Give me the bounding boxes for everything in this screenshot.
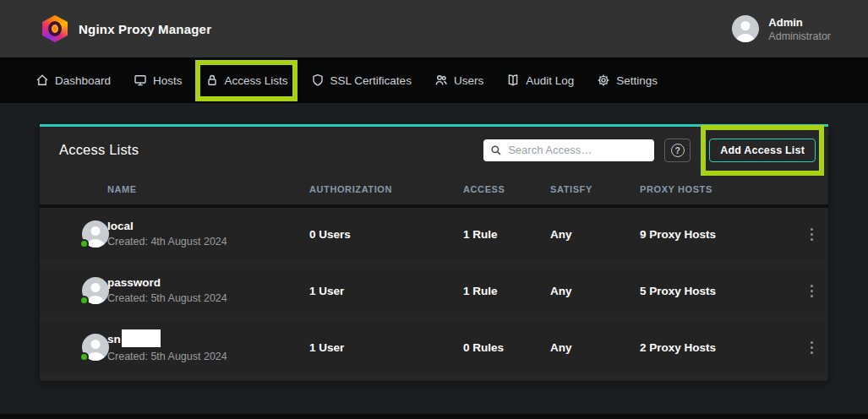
- user-avatar: [732, 15, 759, 42]
- row-actions-menu-button[interactable]: [801, 220, 822, 248]
- search-box: [483, 139, 654, 161]
- redaction-box: [122, 329, 161, 347]
- home-icon: [35, 73, 49, 87]
- nav-label: Settings: [616, 74, 658, 87]
- cell-authorization: 0 Users: [309, 228, 463, 241]
- cell-access: 0 Rules: [463, 341, 550, 354]
- access-list-name: local: [107, 219, 309, 233]
- access-list-created: Created: 5th August 2024: [107, 350, 309, 364]
- page-body: Access Lists ? Add Access List NAME AUTH…: [0, 103, 868, 381]
- column-header-name: NAME: [107, 184, 309, 194]
- main-nav: Dashboard Hosts Access Lists SSL Certifi…: [0, 57, 868, 103]
- access-list-created: Created: 4th August 2024: [107, 235, 309, 249]
- nav-label: Dashboard: [55, 74, 111, 87]
- column-header-satisfy: SATISFY: [550, 184, 640, 194]
- kebab-icon: [811, 346, 813, 349]
- app-header: Nginx Proxy Manager Admin Administrator: [0, 0, 868, 57]
- panel-header: Access Lists ? Add Access List: [40, 127, 828, 173]
- gear-icon: [597, 73, 610, 87]
- users-icon: [434, 73, 448, 87]
- cell-satisfy: Any: [550, 285, 640, 297]
- user-role: Administrator: [768, 30, 831, 43]
- cell-authorization: 1 User: [309, 285, 463, 297]
- help-circle-icon: ?: [671, 144, 685, 157]
- user-name: Admin: [768, 15, 831, 30]
- column-header-access: ACCESS: [463, 184, 550, 194]
- search-input[interactable]: [508, 144, 647, 156]
- table-header: NAME AUTHORIZATION ACCESS SATISFY PROXY …: [40, 173, 828, 204]
- access-lists-panel: Access Lists ? Add Access List NAME AUTH…: [40, 124, 828, 381]
- cell-authorization: 1 User: [309, 341, 463, 354]
- app-title: Nginx Proxy Manager: [79, 22, 211, 36]
- row-actions-menu-button[interactable]: [801, 334, 822, 361]
- user-menu[interactable]: Admin Administrator: [732, 15, 831, 43]
- nav-item-access-lists[interactable]: Access Lists: [205, 57, 288, 103]
- cell-proxy-hosts: 5 Proxy Hosts: [640, 285, 801, 297]
- bottom-edge-strip: [0, 414, 868, 419]
- nav-item-users[interactable]: Users: [434, 57, 483, 103]
- npm-logo-icon: [42, 15, 68, 42]
- search-icon: [490, 144, 502, 156]
- table-body: local Created: 4th August 2024 0 Users 1…: [40, 208, 828, 373]
- nav-item-settings[interactable]: Settings: [597, 57, 658, 103]
- cell-satisfy: Any: [550, 228, 640, 241]
- monitor-icon: [134, 73, 147, 87]
- nav-label: Access Lists: [225, 74, 288, 87]
- kebab-icon: [811, 233, 813, 236]
- column-header-authorization: AUTHORIZATION: [309, 184, 463, 194]
- table-row-sn-redacted[interactable]: sn Created: 5th August 2024 1 User 0 Rul…: [40, 321, 828, 373]
- nav-label: Hosts: [153, 74, 183, 87]
- page-title: Access Lists: [59, 142, 139, 158]
- person-icon: [732, 15, 759, 42]
- panel-footer: [40, 373, 828, 381]
- nav-item-dashboard[interactable]: Dashboard: [35, 57, 111, 103]
- shield-icon: [311, 73, 325, 87]
- row-actions-menu-button[interactable]: [801, 277, 822, 304]
- access-list-name: password: [107, 275, 309, 290]
- kebab-icon: [811, 290, 813, 292]
- lock-icon: [205, 73, 219, 87]
- nav-item-audit-log[interactable]: Audit Log: [506, 57, 574, 103]
- nav-label: Users: [454, 74, 483, 87]
- cell-access: 1 Rule: [463, 285, 550, 297]
- nav-label: Audit Log: [526, 74, 574, 87]
- access-list-created: Created: 5th August 2024: [107, 291, 309, 306]
- add-access-list-button[interactable]: Add Access List: [709, 139, 816, 162]
- nav-item-hosts[interactable]: Hosts: [134, 57, 183, 103]
- nav-label: SSL Certificates: [330, 74, 412, 87]
- table-row-password[interactable]: password Created: 5th August 2024 1 User…: [40, 264, 828, 317]
- nav-item-ssl-certificates[interactable]: SSL Certificates: [311, 57, 412, 103]
- status-online-dot: [79, 296, 89, 305]
- cell-access: 1 Rule: [463, 228, 550, 241]
- cell-satisfy: Any: [550, 341, 640, 354]
- status-online-dot: [79, 239, 89, 248]
- cell-proxy-hosts: 2 Proxy Hosts: [640, 341, 801, 354]
- status-online-dot: [79, 352, 89, 362]
- cell-proxy-hosts: 9 Proxy Hosts: [640, 228, 801, 241]
- book-icon: [506, 73, 520, 87]
- help-button[interactable]: ?: [664, 139, 691, 162]
- table-row-local[interactable]: local Created: 4th August 2024 0 Users 1…: [40, 208, 828, 260]
- column-header-proxy-hosts: PROXY HOSTS: [640, 184, 801, 194]
- access-list-name: sn: [107, 332, 121, 346]
